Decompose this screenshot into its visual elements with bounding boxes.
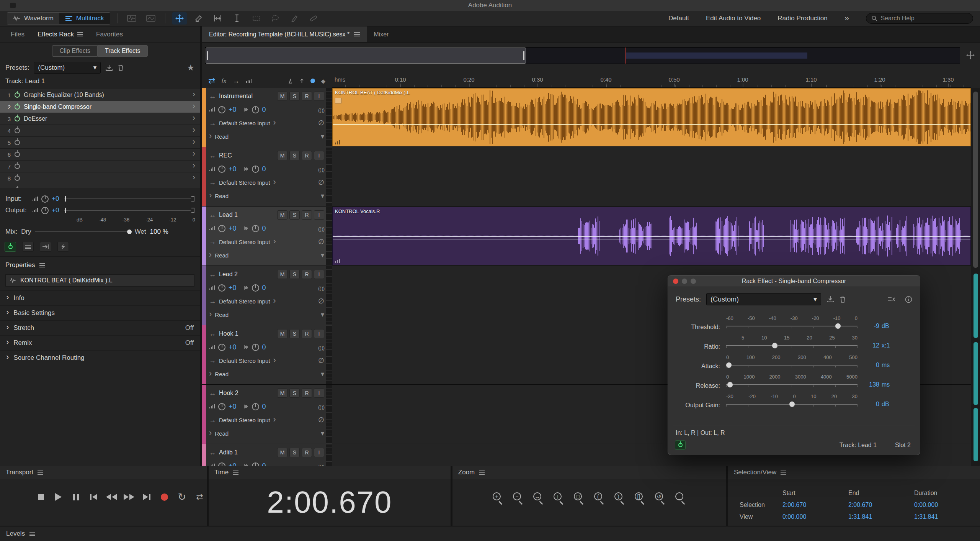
chevron-right-icon[interactable] <box>193 91 195 99</box>
output-gain-value[interactable]: +0 <box>52 207 59 214</box>
marquee-selection-tool[interactable] <box>249 12 263 25</box>
pan-value[interactable]: 0 <box>262 106 266 114</box>
zoom-history-button[interactable]: ↺ <box>653 492 667 505</box>
overdub-icon[interactable] <box>299 78 305 84</box>
track-input-select[interactable]: Default Stereo Input <box>219 239 270 245</box>
rack-slot-9[interactable]: 9 <box>0 184 200 188</box>
pan-value[interactable]: 0 <box>262 165 266 173</box>
threshold-slider[interactable]: -60-50-40-30-20-100 <box>726 315 858 334</box>
mute-button[interactable]: M <box>277 448 287 457</box>
metronome-icon[interactable] <box>287 78 293 84</box>
spot-healing-tool[interactable] <box>306 12 321 25</box>
track-name[interactable]: Lead 1 <box>219 211 238 218</box>
slip-tool[interactable] <box>211 12 225 25</box>
volume-envelope[interactable] <box>333 124 970 125</box>
release-slider[interactable]: 010002000300040005000 <box>726 374 858 392</box>
chevron-right-icon[interactable] <box>193 103 195 111</box>
mix-value[interactable]: 100 % <box>150 228 168 236</box>
track-header[interactable]: REC MSRI +0 0 Default Stereo Input Read <box>202 147 332 206</box>
solo-button[interactable]: S <box>289 210 300 220</box>
mute-button[interactable]: M <box>277 329 287 338</box>
chevron-right-icon[interactable] <box>193 174 195 182</box>
monitor-input-button[interactable]: I <box>314 329 324 338</box>
waveform-display-toggle[interactable] <box>124 12 139 25</box>
phase-icon[interactable] <box>318 119 324 127</box>
delete-preset-icon[interactable] <box>118 64 124 71</box>
track-name[interactable]: Adlib 1 <box>219 449 238 456</box>
track-header[interactable]: Instrumental MSRI +0 0 Default Stereo In… <box>202 88 332 147</box>
zoom-window-icon[interactable] <box>691 279 696 284</box>
pan-knob[interactable] <box>252 106 259 113</box>
clip-effects-button[interactable]: Clip Effects <box>52 45 98 57</box>
zoom-custom-button[interactable]: _ <box>674 492 688 505</box>
chevron-down-icon[interactable] <box>321 192 324 200</box>
view-duration-value[interactable]: 1:31.841 <box>914 513 980 520</box>
chevron-right-icon[interactable] <box>193 127 195 134</box>
favorite-star-icon[interactable] <box>187 63 194 73</box>
selection-start-value[interactable]: 2:00.670 <box>782 502 848 508</box>
track-lane[interactable]: KONTROL Vocals.R <box>332 207 971 266</box>
close-icon[interactable] <box>673 279 678 284</box>
pan-knob[interactable] <box>252 403 259 410</box>
move-tool[interactable] <box>172 12 187 25</box>
monitor-input-button[interactable]: I <box>314 92 324 101</box>
meters-icon[interactable] <box>246 78 252 84</box>
help-search[interactable] <box>866 13 973 24</box>
mixer-tab[interactable]: Mixer <box>367 26 395 42</box>
track-header[interactable]: Adlib 1 MSRI +0 0 <box>202 444 332 466</box>
tab-files[interactable]: Files <box>5 28 30 41</box>
rack-auto-button[interactable] <box>57 242 69 252</box>
monitor-input-button[interactable]: I <box>314 151 324 160</box>
volume-value[interactable]: +0 <box>229 462 237 466</box>
workspace-edit-audio-to-video[interactable]: Edit Audio to Video <box>706 15 761 22</box>
volume-value[interactable]: +0 <box>229 165 237 173</box>
chevron-down-icon[interactable] <box>321 251 324 259</box>
spectral-display-toggle[interactable] <box>144 12 158 25</box>
automation-mode-select[interactable]: Read <box>215 311 229 318</box>
dialog-titlebar[interactable]: Rack Effect - Single-band Compressor <box>668 275 920 287</box>
time-display[interactable]: 2:00.670 <box>209 485 451 520</box>
multitrack-view-button[interactable]: Multitrack <box>59 13 110 24</box>
slider-knob[interactable] <box>789 401 795 407</box>
chevron-down-icon[interactable] <box>321 370 324 378</box>
auto-scroll-icon[interactable] <box>208 76 215 86</box>
rack-slot-1[interactable]: 1Graphic Equalizer (10 Bands) <box>0 89 200 101</box>
channel-map-icon[interactable] <box>887 296 895 302</box>
track-header[interactable]: Lead 1 MSRI +0 0 Default Stereo Input Re… <box>202 207 332 266</box>
zoom-to-in-point-button[interactable]: ( <box>593 492 606 505</box>
pan-value[interactable]: 0 <box>262 284 266 292</box>
routing-icon[interactable] <box>233 77 240 85</box>
slider-knob[interactable] <box>772 343 778 349</box>
automation-mode-select[interactable]: Read <box>215 193 229 199</box>
move-to-start-button[interactable] <box>87 489 101 505</box>
phase-icon[interactable] <box>318 416 324 424</box>
mute-button[interactable]: M <box>277 210 287 220</box>
param-value[interactable]: 0ms <box>863 362 890 369</box>
lasso-selection-tool[interactable] <box>268 12 283 25</box>
pan-knob[interactable] <box>252 344 259 351</box>
power-icon[interactable] <box>15 104 20 110</box>
track-input-select[interactable]: Default Stereo Input <box>219 120 270 126</box>
selected-clip-field[interactable]: KONTROL BEAT ( DatKiddMix ).L <box>5 274 194 287</box>
panel-menu-icon[interactable] <box>781 471 786 475</box>
track-header[interactable]: Hook 2 MSRI +0 0 Default Stereo Input Re… <box>202 385 332 444</box>
rack-slot-5[interactable]: 5 <box>0 137 200 149</box>
vertical-scrollbar[interactable] <box>971 88 980 466</box>
track-name[interactable]: REC <box>219 152 232 159</box>
arm-record-button[interactable]: R <box>302 151 312 160</box>
power-icon[interactable] <box>15 175 20 181</box>
panel-menu-icon[interactable] <box>39 263 45 267</box>
overview-view-range[interactable] <box>206 48 526 64</box>
mix-slider[interactable] <box>35 229 131 234</box>
rack-power-button[interactable] <box>5 242 16 252</box>
section-basic-settings[interactable]: Basic Settings <box>0 305 200 320</box>
volume-value[interactable]: +0 <box>229 403 237 411</box>
monitor-input-button[interactable]: I <box>314 270 324 279</box>
phase-icon[interactable] <box>318 356 324 365</box>
editor-session-tab[interactable]: Editor: Recording Template (BCHILL MUSIC… <box>202 26 367 42</box>
track-input-select[interactable]: Default Stereo Input <box>219 357 270 364</box>
chevron-right-icon[interactable] <box>193 162 195 170</box>
record-button[interactable] <box>157 489 172 505</box>
slider-knob[interactable] <box>835 323 841 329</box>
rack-effect-dialog[interactable]: Rack Effect - Single-band Compressor Pre… <box>668 275 920 455</box>
